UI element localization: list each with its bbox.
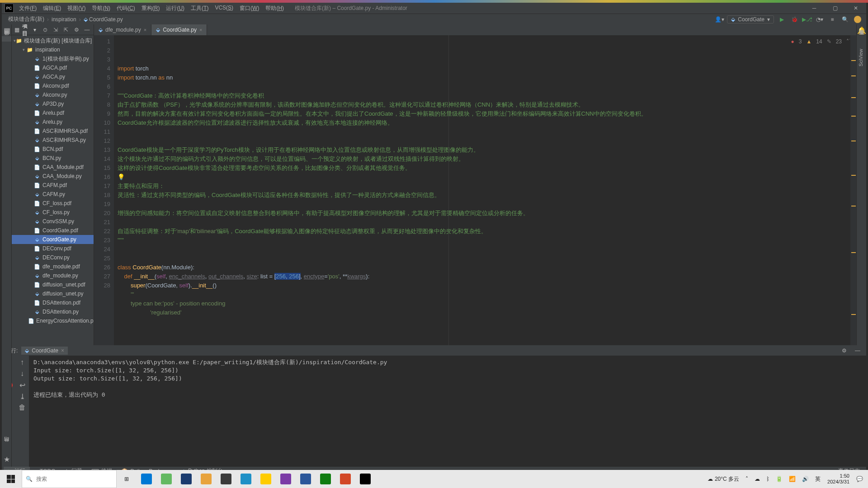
tree-row[interactable]: ▾📁模块缝合库(新) [模块缝合库]E:\pap... <box>12 36 94 45</box>
tree-row[interactable]: ⬙ConvSSM.py <box>12 217 94 226</box>
menu-item[interactable]: 工具(T) <box>188 4 211 13</box>
tree-row[interactable]: ⬙CoordGate.py <box>12 235 94 244</box>
tree-row[interactable]: 📄CAFM.pdf <box>12 181 94 190</box>
trash-icon[interactable]: 🗑 <box>17 403 27 413</box>
settings-gear-icon[interactable]: ⚙ <box>839 346 849 356</box>
editor-body[interactable]: 1234567891011121314151617181920212223242… <box>94 35 856 345</box>
volume-icon[interactable]: 🔊 <box>800 476 811 482</box>
weather-widget[interactable]: ☁ 20°C 多云 <box>705 475 741 483</box>
taskbar-app-icon[interactable] <box>196 470 216 488</box>
taskbar-app-icon[interactable] <box>156 470 176 488</box>
tree-row[interactable]: 📄CF_loss.pdf <box>12 199 94 208</box>
taskbar-app-icon[interactable] <box>216 470 236 488</box>
menu-item[interactable]: 重构(R) <box>139 4 163 13</box>
battery-icon[interactable]: 🔋 <box>774 476 785 482</box>
error-stripe[interactable] <box>850 35 856 345</box>
structure-tool-tab[interactable]: 结构 <box>2 443 11 449</box>
taskbar-app-icon[interactable] <box>236 470 256 488</box>
taskbar-app-icon[interactable] <box>335 470 355 488</box>
breadcrumb[interactable]: ⬙ CoordGate.py <box>82 16 125 23</box>
tree-row[interactable]: ▾📁inspiration <box>12 45 94 54</box>
tree-row[interactable]: 📄DSAttention.pdf <box>12 298 94 307</box>
menu-item[interactable]: 运行(U) <box>163 4 187 13</box>
stop-button[interactable]: ■ <box>827 14 837 24</box>
database-tool-tab[interactable]: 数据库 <box>857 36 866 42</box>
taskbar-app-icon[interactable] <box>316 470 335 488</box>
minimize-button[interactable]: ─ <box>804 3 825 14</box>
tree-row[interactable]: ⬙BCN.py <box>12 154 94 163</box>
locate-icon[interactable]: ⊙ <box>42 25 49 35</box>
run-tab[interactable]: ⬙ CoordGate × <box>21 347 68 355</box>
tree-row[interactable]: 📄EnergyCrossAttention.pdf <box>12 316 94 325</box>
tree-row[interactable]: ⬙CF_loss.py <box>12 208 94 217</box>
onedrive-icon[interactable]: ☁ <box>752 476 762 482</box>
tree-row[interactable]: 📄BCN.pdf <box>12 145 94 154</box>
menu-item[interactable]: 代码(C) <box>114 4 138 13</box>
menu-item[interactable]: 窗口(W) <box>237 4 262 13</box>
collapse-all-icon[interactable]: ⇱ <box>62 25 70 35</box>
tree-row[interactable]: 📄ASC和MHRSA.pdf <box>12 127 94 136</box>
project-tree[interactable]: ▾📁模块缝合库(新) [模块缝合库]E:\pap...▾📁inspiration… <box>12 35 94 345</box>
breadcrumb[interactable]: inspiration <box>50 16 78 23</box>
debug-button[interactable]: 🐞 <box>789 14 799 24</box>
tree-row[interactable]: ⬙DSAttention.py <box>12 307 94 316</box>
hide-icon[interactable]: — <box>853 346 863 356</box>
run-output[interactable]: D:\anaconda\anaconda3\envs\yolov8\python… <box>29 356 866 467</box>
code-area[interactable]: import torchimport torch.nn as nn"""Coor… <box>114 35 850 345</box>
tree-row[interactable]: ⬙diffusion_unet.py <box>12 289 94 298</box>
tree-row[interactable]: ⬙AP3D.py <box>12 99 94 108</box>
settings-gear-icon[interactable]: ⚙ <box>73 25 80 35</box>
breadcrumb[interactable]: 模块缝合库(新) <box>6 15 46 23</box>
taskbar-app-icon[interactable] <box>276 470 296 488</box>
tree-row[interactable]: ⬙Arelu.py <box>12 117 94 127</box>
close-icon[interactable]: × <box>61 347 64 354</box>
close-button[interactable]: ✕ <box>845 3 866 14</box>
close-icon[interactable]: × <box>144 27 146 33</box>
editor-tab[interactable]: ⬙dfe_module.py× <box>94 24 151 35</box>
inspection-summary[interactable]: ●3 ▲14 ✎23 ˄˅ <box>791 37 852 46</box>
chevron-down-icon[interactable]: ▾ <box>33 27 36 33</box>
menu-item[interactable]: 导航(N) <box>89 4 113 13</box>
tree-row[interactable]: 📄dfe_module.pdf <box>12 262 94 271</box>
menu-item[interactable]: 帮助(H) <box>263 4 287 13</box>
menu-item[interactable]: 编辑(E) <box>40 4 64 13</box>
menu-item[interactable]: 文件(F) <box>16 4 39 13</box>
maximize-button[interactable]: ▢ <box>825 3 845 14</box>
tree-row[interactable]: ⬙ASC和MHRSA.py <box>12 136 94 145</box>
tree-row[interactable]: 📄Akconv.pdf <box>12 81 94 90</box>
bookmarks-icon[interactable]: ★ <box>2 454 12 464</box>
tree-row[interactable]: 📄AGCA.pdf <box>12 63 94 72</box>
notifications-button[interactable]: 💬 <box>854 476 865 482</box>
taskbar-app-icon[interactable] <box>137 470 156 488</box>
hide-icon[interactable]: — <box>83 25 91 35</box>
tree-row[interactable]: ⬙Akconv.py <box>12 90 94 99</box>
tree-row[interactable]: 📄CoordGate.pdf <box>12 226 94 235</box>
tree-row[interactable]: 📄Arelu.pdf <box>12 108 94 117</box>
notifications-icon[interactable]: 🔔 <box>857 25 867 35</box>
tree-row[interactable]: 📄DEConv.pdf <box>12 244 94 253</box>
close-icon[interactable]: × <box>199 27 202 33</box>
start-button[interactable] <box>0 470 22 488</box>
task-view-button[interactable]: ⊞ <box>117 470 137 488</box>
tree-row[interactable]: ⬙DEConv.py <box>12 253 94 262</box>
run-button[interactable]: ▶ <box>777 14 787 24</box>
settings-button[interactable] <box>853 14 863 24</box>
tray-chevron-icon[interactable]: ˄ <box>743 476 750 482</box>
project-tool-tab[interactable]: 项目 <box>2 36 11 42</box>
down-icon[interactable]: ↓ <box>17 369 27 379</box>
soft-wrap-icon[interactable]: ↩ <box>17 380 27 390</box>
taskbar-search[interactable]: 🔍 搜索 <box>22 470 117 488</box>
tree-row[interactable]: ⬙CAFM.py <box>12 190 94 199</box>
taskbar-clock[interactable]: 1:502024/3/31 <box>825 473 852 485</box>
search-everywhere-button[interactable]: 🔍 <box>840 14 850 24</box>
taskbar-app-icon[interactable] <box>355 470 375 488</box>
scroll-end-icon[interactable]: ⤓ <box>17 391 27 401</box>
tree-row[interactable]: 📄diffusion_unet.pdf <box>12 280 94 289</box>
tree-row[interactable]: ⬙CAA_Module.py <box>12 172 94 181</box>
ime-indicator[interactable]: 英 <box>813 475 823 483</box>
tree-row[interactable]: 📄CAA_Module.pdf <box>12 163 94 172</box>
taskbar-app-icon[interactable] <box>296 470 316 488</box>
tree-row[interactable]: ⬙1(模块创新举例).py <box>12 54 94 63</box>
taskbar-app-icon[interactable] <box>256 470 276 488</box>
profile-button[interactable]: ◔▾ <box>815 14 825 24</box>
